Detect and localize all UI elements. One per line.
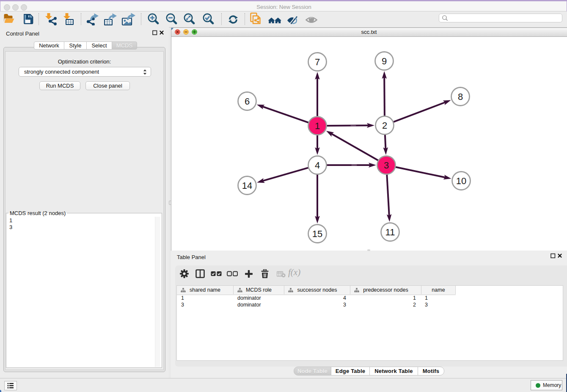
svg-text:3: 3 xyxy=(384,160,389,171)
svg-text:2: 2 xyxy=(382,120,387,131)
svg-text:9: 9 xyxy=(382,56,387,66)
svg-text:15: 15 xyxy=(312,229,322,239)
svg-text:8: 8 xyxy=(458,91,463,102)
svg-text:7: 7 xyxy=(315,57,320,67)
svg-text:1: 1 xyxy=(315,121,320,131)
svg-text:14: 14 xyxy=(242,180,252,191)
svg-text:4: 4 xyxy=(315,160,320,171)
svg-text:11: 11 xyxy=(385,227,395,237)
svg-text:10: 10 xyxy=(456,176,466,186)
svg-text:6: 6 xyxy=(245,96,250,107)
